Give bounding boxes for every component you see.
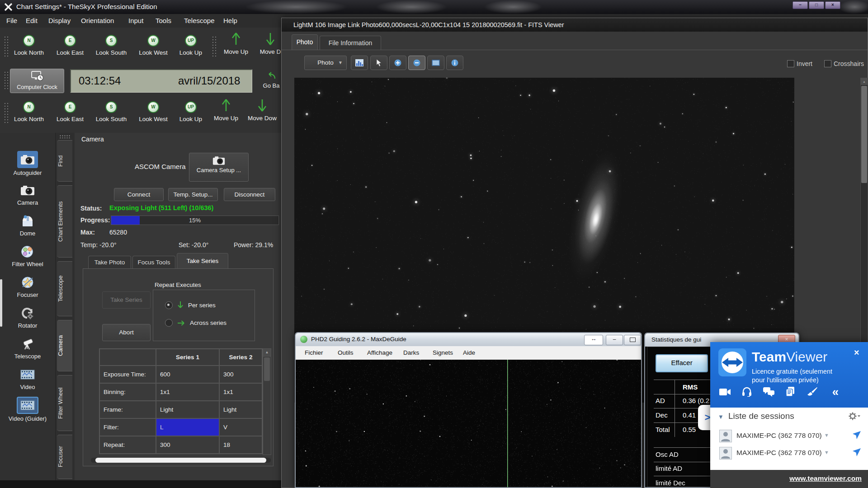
menu-signets[interactable]: Signets xyxy=(433,349,453,356)
menu-darks[interactable]: Darks xyxy=(403,349,419,356)
fits-titlebar[interactable]: LightM 106 Image Link Photo600,000secsL-… xyxy=(282,18,868,32)
file-transfer-button[interactable] xyxy=(783,386,797,398)
connect-button[interactable]: Connect xyxy=(114,188,164,201)
menu-help[interactable]: Help xyxy=(223,17,237,24)
look-north-button[interactable]: N Look North xyxy=(10,101,48,122)
look-south-button[interactable]: S Look South xyxy=(92,35,130,56)
session-row[interactable]: MAXIME-PC (362 778 070) ▼ xyxy=(710,427,868,445)
table-row[interactable]: Filter: L V xyxy=(99,418,262,436)
toolbar-grip[interactable] xyxy=(4,102,9,124)
look-up-button[interactable]: UP Look Up xyxy=(172,101,210,122)
collapse-panel-button[interactable]: « xyxy=(829,386,842,398)
tab-photo[interactable]: Photo xyxy=(292,34,318,50)
teamviewer-close-button[interactable]: × xyxy=(854,347,859,358)
sidebar-item-telescope[interactable]: Telescope xyxy=(0,336,55,360)
tab-focus-tools[interactable]: Focus Tools xyxy=(132,256,175,269)
camera-setup-button[interactable]: Camera Setup ... xyxy=(189,153,249,182)
photo-mode-dropdown[interactable]: Photo ▼ xyxy=(304,56,347,70)
table-hscrollbar[interactable] xyxy=(91,458,271,463)
tab-camera[interactable]: Camera xyxy=(57,320,72,371)
sidebar-item-video-guider[interactable]: Video (Guider) xyxy=(0,397,55,422)
phd2-arrows-button[interactable]: ↔ xyxy=(584,335,603,345)
toolbar-grip[interactable] xyxy=(4,71,9,90)
menu-edit[interactable]: Edit xyxy=(26,17,38,24)
tab-file-information[interactable]: File Information xyxy=(320,36,381,50)
sidebar-item-video[interactable]: Video xyxy=(0,367,55,390)
sidebar-item-autoguider[interactable]: Autoguider xyxy=(0,151,55,176)
abort-button[interactable]: Abort xyxy=(102,324,151,341)
look-south-button[interactable]: S Look South xyxy=(92,101,130,122)
table-row[interactable]: Frame: Light Light xyxy=(99,401,262,418)
sidebar-item-rotator[interactable]: Rotator xyxy=(0,305,55,329)
whiteboard-button[interactable] xyxy=(805,386,819,398)
panel-grip[interactable] xyxy=(59,135,71,138)
toolbar-grip[interactable] xyxy=(4,36,9,57)
maximize-button[interactable]: □ xyxy=(809,1,824,9)
look-east-button[interactable]: E Look East xyxy=(51,101,89,122)
menu-telescope[interactable]: Telescope xyxy=(184,17,215,24)
close-button[interactable]: × xyxy=(825,1,840,9)
menu-fichier[interactable]: Fichier xyxy=(305,349,323,356)
zoom-out-button[interactable] xyxy=(408,56,425,70)
phd2-minimize-button[interactable]: – xyxy=(606,335,623,345)
box-select-button[interactable] xyxy=(427,56,444,70)
menu-orientation[interactable]: Orientation xyxy=(81,17,114,24)
pointer-tool-button[interactable] xyxy=(370,56,387,70)
table-row[interactable]: Binning: 1x1 1x1 xyxy=(99,383,262,401)
menu-file[interactable]: File xyxy=(6,17,17,24)
edge-scrollbar[interactable] xyxy=(0,279,2,327)
take-series-button[interactable]: Take Series xyxy=(102,291,151,309)
look-west-button[interactable]: W Look West xyxy=(134,101,172,122)
disconnect-button[interactable]: Disconnect xyxy=(224,188,275,201)
move-up-button[interactable]: Move Up xyxy=(217,32,255,55)
radio-per-series[interactable]: Per series xyxy=(165,301,216,309)
minimize-button[interactable]: – xyxy=(793,1,808,9)
tab-find[interactable]: Find xyxy=(57,140,72,182)
remote-cursor-icon[interactable] xyxy=(852,430,861,441)
table-vscrollbar[interactable]: ▲ xyxy=(263,348,271,455)
session-dropdown-icon[interactable]: ▼ xyxy=(824,450,829,455)
video-call-button[interactable] xyxy=(718,386,732,398)
phd2-maximize-button[interactable] xyxy=(624,335,641,345)
audio-call-button[interactable] xyxy=(740,386,754,398)
sidebar-item-camera[interactable]: Camera xyxy=(0,183,55,206)
move-up-button[interactable]: Move Up xyxy=(207,99,245,122)
menu-display[interactable]: Display xyxy=(48,17,71,24)
chat-button[interactable] xyxy=(762,386,775,398)
tab-telescope[interactable]: Telescope xyxy=(57,261,72,316)
move-down-button[interactable]: Move Dow xyxy=(243,99,281,122)
look-north-button[interactable]: N Look North xyxy=(10,35,48,56)
expand-triangle-icon[interactable]: ▼ xyxy=(718,413,724,420)
go-back-button[interactable]: Go Ba xyxy=(261,71,281,89)
remote-cursor-icon[interactable] xyxy=(852,447,861,458)
session-row[interactable]: MAXIME-PC (362 778 070) ▼ xyxy=(710,445,868,462)
menu-outils[interactable]: Outils xyxy=(338,349,354,356)
menu-aide[interactable]: Aide xyxy=(463,349,475,356)
phd2-guide-image[interactable] xyxy=(296,360,641,487)
tab-filter-wheel[interactable]: Filter Wheel xyxy=(57,375,72,431)
radio-across-series[interactable]: Across series xyxy=(165,319,226,327)
look-east-button[interactable]: E Look East xyxy=(51,35,89,56)
menu-input[interactable]: Input xyxy=(128,17,143,24)
clear-stats-button[interactable]: Effacer xyxy=(656,354,708,372)
gear-icon[interactable] xyxy=(849,412,860,420)
selected-filter-cell[interactable]: L xyxy=(156,418,219,436)
table-row[interactable]: Repeat: 300 18 xyxy=(99,436,262,454)
tab-take-photo[interactable]: Take Photo xyxy=(88,256,131,269)
toolbar-grip[interactable] xyxy=(212,36,217,57)
look-up-button[interactable]: UP Look Up xyxy=(172,35,210,56)
menu-tools[interactable]: Tools xyxy=(156,17,171,24)
tab-take-series[interactable]: Take Series xyxy=(177,253,228,269)
session-dropdown-icon[interactable]: ▼ xyxy=(824,432,829,438)
info-button[interactable] xyxy=(446,56,463,70)
computer-clock-button[interactable]: Computer Clock xyxy=(10,69,64,93)
sidebar-item-focuser[interactable]: Focuser xyxy=(0,275,55,298)
sidebar-item-filter-wheel[interactable]: Filter Wheel xyxy=(0,244,55,267)
look-west-button[interactable]: W Look West xyxy=(134,35,172,56)
zoom-in-button[interactable] xyxy=(389,56,406,70)
invert-checkbox[interactable] xyxy=(787,60,794,67)
temp-setup-button[interactable]: Temp. Setup... xyxy=(168,188,218,201)
table-row[interactable]: Exposure Time: 600 300 xyxy=(99,366,262,383)
histogram-button[interactable] xyxy=(351,56,368,70)
tab-chart-elements[interactable]: Chart Elements xyxy=(57,185,72,258)
